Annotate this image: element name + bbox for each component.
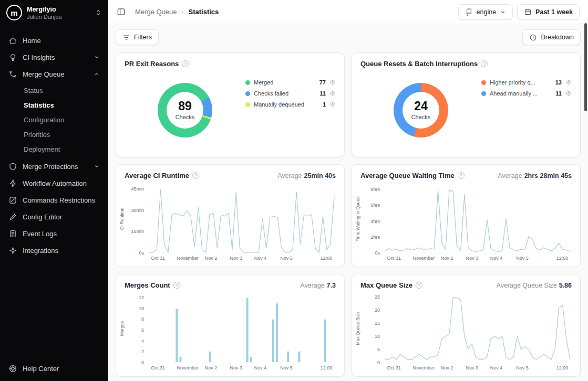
sidebar-item-commands-restrictions[interactable]: Commands Restrictions [4,192,104,208]
dashboard-grid: PR Exit Reasons ? 89 Checks Merged [108,46,588,381]
repo-selector[interactable]: engine [458,4,513,20]
x-tick-label: Oct 31 [151,256,165,261]
y-tick-label: 2 [141,350,144,354]
x-tick-label: November [177,256,199,261]
pr-exit-donut-chart[interactable]: 89 Checks [158,83,212,137]
x-tick-label: Nov 3 [466,365,479,371]
help-center-label: Help Center [23,365,59,373]
logs-icon [8,229,17,238]
sidebar-item-config-editor[interactable]: Config Editor [4,208,104,225]
sidebar-item-statistics[interactable]: Statistics [19,98,104,112]
x-tick-label: Oct 31 [387,256,401,261]
x-tick-label: Nov 5 [280,256,293,261]
x-tick-label: 12:00 [556,256,569,261]
help-icon[interactable]: ? [192,172,199,179]
y-tick-label: 2hrs [370,235,380,239]
help-center-link[interactable]: Help Center [0,356,108,381]
eye-icon[interactable] [329,90,336,97]
y-tick-label: 0s [375,251,380,256]
eye-icon[interactable] [565,90,572,97]
legend-value: 13 [555,79,562,86]
sidebar-item-merge-queue[interactable]: Merge Queue [4,66,104,82]
x-tick-label: Nov 4 [254,256,267,261]
x-tick-label: Nov 2 [205,256,218,261]
y-tick-label: 6hrs [370,203,380,208]
breadcrumb-parent[interactable]: Merge Queue [135,8,177,16]
legend-label: Merged [254,79,316,86]
sidebar-item-configuration[interactable]: Configuration [19,112,104,127]
workspace-switcher[interactable]: m Mergifyio Julien Danjou [0,0,108,25]
legend-item: Checks failed 11 [245,90,336,97]
sidebar-item-home[interactable]: Home [4,32,104,49]
legend-label: Checks failed [254,90,316,97]
y-axis-ticks: 024681012 [126,294,149,363]
lifebuoy-icon [8,364,17,373]
help-icon[interactable]: ? [458,172,465,179]
card-average-ci-runtime: Average CI Runtime ? Average25min 40s CI… [116,164,345,267]
insights-icon [8,53,17,62]
x-axis-ticks: Oct 31NovemberNov 2Nov 3Nov 4Nov 512:00 [385,253,571,262]
sidebar-item-label: Event Logs [23,230,100,238]
sidebar-item-label: Deployment [24,145,100,153]
sidebar-item-integrations[interactable]: Integrations [4,242,104,259]
queue-waiting-line-chart[interactable] [385,185,571,253]
legend: Merged 77 Checks failed 11 Manually dequ… [245,79,336,108]
card-average: Average Queue Size5.86 [497,282,572,289]
sidebar-toggle-button[interactable] [117,7,126,16]
sidebar-item-event-logs[interactable]: Event Logs [4,225,104,242]
legend-dot [481,91,486,96]
vertical-scrollbar[interactable] [584,23,587,111]
eye-icon[interactable] [329,79,336,86]
ci-runtime-line-chart[interactable] [149,185,335,253]
sidebar-item-merge-protections[interactable]: Merge Protections [4,158,104,175]
average-value: 2hrs 28min 45s [524,172,572,179]
bar-series [149,294,335,363]
date-range-button[interactable]: Past 1 week [517,4,580,20]
x-tick-label: Nov 3 [230,365,243,371]
y-tick-label: 30min [131,208,144,213]
x-tick-label: Nov 4 [254,365,267,371]
x-axis-ticks: Oct 31NovemberNov 2Nov 3Nov 4Nov 512:00 [149,363,335,372]
breakdown-button[interactable]: Breakdown [522,29,581,45]
card-average: Average25min 40s [277,172,336,179]
shield-icon [8,162,17,171]
updown-chevrons-icon[interactable] [95,9,102,16]
sidebar-item-priorities[interactable]: Priorities [19,127,104,142]
help-icon[interactable]: ? [173,282,180,289]
topbar-actions: engine Past 1 week [458,4,580,20]
sidebar-item-label: Commands Restrictions [23,196,100,204]
sidebar-item-label: Workflow Automation [23,179,100,187]
help-icon[interactable]: ? [416,282,422,289]
y-tick-label: 10 [139,306,144,311]
card-title: Average Queue Waiting Time [360,172,455,179]
x-tick-label: Nov 4 [490,365,503,371]
legend-label: Ahead manually ... [490,90,552,97]
card-average-queue-waiting-time: Average Queue Waiting Time ? Average2hrs… [352,164,581,267]
sidebar-item-workflow-automation[interactable]: Workflow Automation [4,175,104,192]
eye-icon[interactable] [565,79,572,86]
sidebar-item-ci-insights[interactable]: CI Insights [4,49,104,66]
repo-book-icon [465,8,473,16]
help-icon[interactable]: ? [481,60,488,67]
queue-resets-donut-chart[interactable]: 24 Checks [394,83,448,137]
help-icon[interactable]: ? [182,60,189,67]
x-tick-label: November [413,365,435,371]
legend-label: Manually dequeued [254,101,319,108]
legend-item: Higher priority q... 13 [481,79,572,86]
card-title: Merges Count [125,281,170,289]
x-tick-label: 12:00 [556,365,569,371]
legend-label: Higher priority q... [490,79,552,86]
y-axis-label: CI Runtime [118,185,126,253]
average-value: 7.3 [327,282,336,289]
calendar-icon [524,8,532,16]
max-queue-line-chart[interactable] [385,294,571,363]
y-axis-label: Max Queue Size [354,294,362,363]
merges-count-bar-chart[interactable] [149,294,335,363]
sidebar-item-label: Priorities [24,131,100,139]
filters-button[interactable]: Filters [116,29,159,45]
sidebar-item-status[interactable]: Status [19,83,104,98]
breadcrumb-current: Statistics [189,8,219,16]
sidebar-item-deployment[interactable]: Deployment [19,142,104,156]
eye-icon[interactable] [329,101,336,108]
x-tick-label: 12:00 [321,256,333,261]
